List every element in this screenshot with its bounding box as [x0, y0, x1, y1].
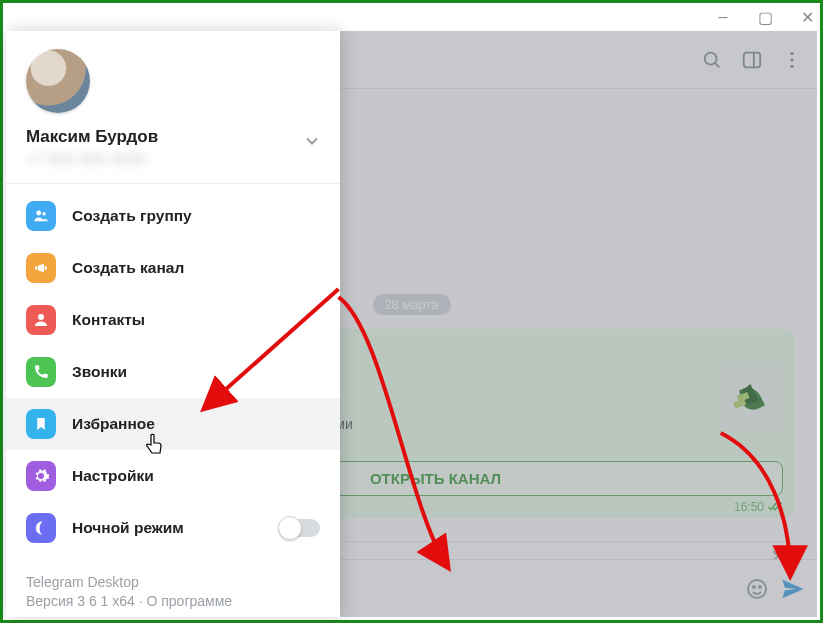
menu-label: Создать группу — [72, 207, 192, 225]
maximize-button[interactable]: ▢ — [758, 10, 772, 24]
phone-icon — [26, 357, 56, 387]
menu-label: Избранное — [72, 415, 155, 433]
menu-label: Создать канал — [72, 259, 184, 277]
menu-label: Ночной режим — [72, 519, 184, 537]
megaphone-icon — [26, 253, 56, 283]
account-expand-icon[interactable] — [302, 131, 322, 155]
user-name: Максим Бурдов — [26, 127, 320, 147]
menu-item-saved[interactable]: Избранное — [6, 398, 340, 450]
group-icon — [26, 201, 56, 231]
night-mode-toggle[interactable] — [280, 519, 320, 537]
close-button[interactable]: ✕ — [800, 10, 814, 24]
user-phone: +7 900 000 0000 — [26, 151, 320, 167]
cursor-pointer-icon — [144, 433, 164, 461]
menu-item-settings[interactable]: Настройки — [6, 450, 340, 502]
menu-label: Контакты — [72, 311, 145, 329]
svg-point-13 — [38, 314, 44, 320]
drawer-menu: Создать группу Создать канал Контакты — [6, 183, 340, 554]
menu-label: Звонки — [72, 363, 127, 381]
user-avatar[interactable] — [26, 49, 90, 113]
moon-icon — [26, 513, 56, 543]
main-menu-drawer: Максим Бурдов +7 900 000 0000 Создать гр… — [6, 31, 340, 617]
menu-label: Настройки — [72, 467, 154, 485]
menu-item-night-mode[interactable]: Ночной режим — [6, 502, 340, 554]
footer-version[interactable]: Версия 3 6 1 x64 · О программе — [26, 592, 320, 611]
window-frame: – ▢ ✕ Избранное 28 марта https — [0, 0, 823, 623]
menu-item-calls[interactable]: Звонки — [6, 346, 340, 398]
menu-item-create-channel[interactable]: Создать канал — [6, 242, 340, 294]
menu-item-create-group[interactable]: Создать группу — [6, 190, 340, 242]
title-bar: – ▢ ✕ — [3, 3, 820, 31]
svg-point-12 — [42, 212, 46, 216]
minimize-button[interactable]: – — [716, 10, 730, 24]
footer-app-name: Telegram Desktop — [26, 573, 320, 592]
menu-item-contacts[interactable]: Контакты — [6, 294, 340, 346]
contact-icon — [26, 305, 56, 335]
svg-point-11 — [36, 211, 41, 216]
drawer-footer: Telegram Desktop Версия 3 6 1 x64 · О пр… — [6, 559, 340, 617]
gear-icon — [26, 461, 56, 491]
bookmark-icon — [26, 409, 56, 439]
